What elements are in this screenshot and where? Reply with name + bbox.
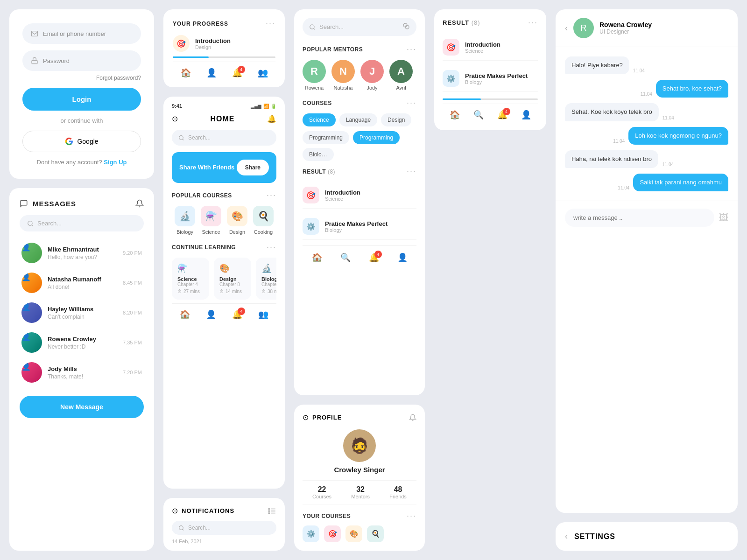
tab-science[interactable]: Science [303,113,336,126]
course-item-design[interactable]: 🎨 Design [227,206,247,235]
mentor-natasha[interactable]: N Natasha [331,60,355,91]
column-2: YOUR PROGRESS ··· 🎯 Introduction Design … [163,9,285,551]
bell-icon[interactable] [135,199,144,208]
result-item-introduction[interactable]: 🎯 Introduction Science [303,182,416,209]
result-sub: Science [325,196,360,202]
continue-learning-more[interactable]: ··· [267,242,276,252]
phone-search[interactable]: Search... [172,130,276,146]
mentors-more[interactable]: ··· [407,44,416,54]
continue-icon: 🎨 [219,263,246,273]
user-nav-icon[interactable]: 👥 [258,309,268,320]
forgot-password[interactable]: Forgot password? [22,75,141,81]
profile-header: ⊙ PROFILE [303,413,416,422]
chat-image-icon[interactable]: 🖼 [719,212,728,223]
phone-bell-icon[interactable]: 🔔 [267,114,276,123]
search-nav-icon[interactable]: 🔍 [340,252,351,263]
result-panel-item-1[interactable]: 🎯 Introduction Science [443,34,538,61]
continue-course-name: Biology [261,276,276,282]
science-label: Science [201,229,221,235]
svg-point-7 [268,508,269,509]
profile-nav-icon[interactable]: 👥 [258,68,268,78]
continue-item-design[interactable]: 🎨 Design Chapter 8 ⏱ 14 mins [214,258,251,300]
list-item[interactable]: 👤 Rowena Crowley Never better :D 7.35 PM [20,329,144,357]
tab-biology[interactable]: Biolo… [303,148,334,161]
result-progress-bar [443,98,538,100]
tab-programming2[interactable]: Programming [353,131,400,144]
your-courses-title: YOUR COURSES [303,513,351,519]
settings-back-button[interactable]: ‹ [565,532,568,541]
list-item[interactable]: 👤 Natasha Rumanoff All done! 8.45 PM [20,269,144,297]
google-button[interactable]: Google [22,131,141,152]
profile-avatar: 🧔 [343,429,376,462]
google-label: Google [77,138,98,145]
email-field[interactable]: Email or phone number [22,23,141,44]
bell-nav-icon[interactable]: 🔔4 [497,110,507,120]
result-panel-item-2-info: Pratice Makes Perfect Biology [465,72,528,85]
your-course-icon-3[interactable]: 🎨 [345,525,362,542]
course-item-cooking[interactable]: 🍳 Cooking [253,206,274,235]
profile-card: ⊙ PROFILE 🧔 Crowley Singer 22 Courses 32… [294,405,425,551]
profile-nav-icon[interactable]: 👤 [397,252,408,263]
home-nav-icon[interactable]: 🏠 [180,309,190,320]
popular-courses-more[interactable]: ··· [267,190,276,200]
mentor-avril[interactable]: A Avril [389,60,413,91]
result-item-pratice[interactable]: ⚙️ Pratice Makes Perfect Biology [303,213,416,240]
google-icon [65,137,73,146]
continue-item-science[interactable]: ⚗️ Science Chapter 4 ⏱ 27 mins [172,258,209,300]
result-panel-more[interactable]: ··· [528,18,538,28]
login-button[interactable]: Login [22,88,141,111]
search-nav-icon[interactable]: 🔍 [473,110,484,120]
chat-back-button[interactable]: ‹ [565,23,568,33]
bell-nav-icon[interactable]: 🔔4 [232,309,242,320]
password-field[interactable]: Password [22,50,141,71]
bell-nav-icon[interactable]: 🔔4 [369,252,379,263]
tab-design[interactable]: Design [381,113,411,126]
home-nav-icon[interactable]: 🏠 [181,68,191,78]
bell-nav-icon[interactable]: 🔔4 [232,68,242,78]
email-icon [31,30,38,37]
home-nav-icon[interactable]: 🏠 [312,252,322,263]
your-courses-more[interactable]: ··· [407,511,416,521]
progress-more-button[interactable]: ··· [266,19,275,28]
message-time: 8.20 PM [123,310,142,315]
your-courses-icons: ⚙️ 🎯 🎨 🍳 [303,525,416,542]
search-result-more[interactable]: ··· [407,167,416,176]
search-icon [178,135,184,141]
svg-point-10 [179,525,183,530]
signup-link[interactable]: Sign Up [104,159,127,166]
list-item[interactable]: 👤 Mike Ehrmantraut Hello, how are you? 9… [20,239,144,267]
share-button[interactable]: Share [237,160,269,175]
list-item[interactable]: 👤 Hayley Williams Can't complain 8.20 PM [20,299,144,327]
notifications-search[interactable]: Search... [172,521,276,535]
course-item-science[interactable]: ⚗️ Science [201,206,221,235]
profile-nav-icon[interactable]: 👤 [521,110,531,120]
filter-icon[interactable] [268,507,276,515]
phone-time: 9:41 [172,103,182,109]
result-item-info: Introduction Science [325,189,360,202]
result-panel-icon-1: 🎯 [443,39,459,56]
user-nav-icon[interactable]: 👤 [206,68,217,78]
course-item-biology[interactable]: 🔬 Biology [175,206,195,235]
filter-search-icon[interactable] [402,22,410,31]
your-course-icon-1[interactable]: ⚙️ [303,525,319,542]
tab-programming[interactable]: Programming [303,131,349,144]
chat-input[interactable] [565,209,714,227]
mentor-rowena[interactable]: R Rowena [303,60,326,91]
main-search[interactable]: Search... [303,18,416,36]
list-item[interactable]: 👤 Jody Mills Thanks, mate! 7.20 PM [20,358,144,386]
your-course-icon-4[interactable]: 🍳 [367,525,384,542]
home-nav-icon[interactable]: 🏠 [450,110,460,120]
search-icon [27,220,34,227]
courses-more[interactable]: ··· [407,98,416,108]
phone-menu-icon[interactable]: ⊙ [172,114,178,123]
result-panel-item-2[interactable]: ⚙️ Pratice Makes Perfect Biology [443,65,538,92]
messages-search[interactable]: Search... [20,215,144,231]
new-message-button[interactable]: New Message [20,396,144,418]
bell-icon[interactable] [409,414,416,421]
contact-name: Rowena Crowley [48,336,117,343]
your-course-icon-2[interactable]: 🎯 [324,525,341,542]
profile-nav-icon[interactable]: 👤 [206,309,216,320]
mentor-jody[interactable]: J Jody [360,60,384,91]
tab-language[interactable]: Language [339,113,377,126]
continue-item-biology[interactable]: 🔬 Biology Chapter 12 ⏱ 38 mins [256,258,276,300]
